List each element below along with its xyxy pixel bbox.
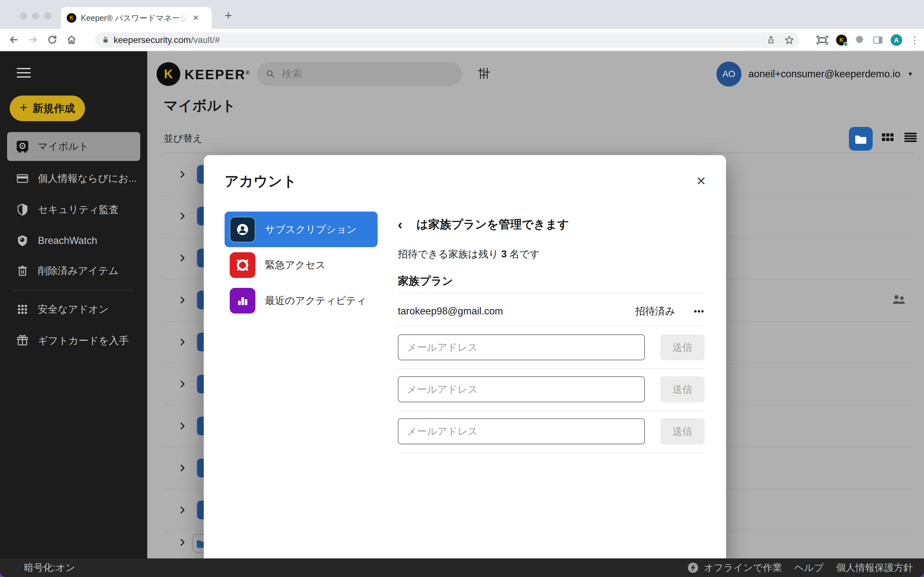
url-host: keepersecurity.com xyxy=(113,35,191,45)
sidebar-item-deleted-items[interactable]: 削除済みアイテム xyxy=(7,256,140,285)
sidebar-item-my-vault[interactable]: マイボルト xyxy=(7,132,140,161)
side-panel-icon[interactable] xyxy=(873,35,883,45)
url-path: /vault/# xyxy=(191,35,220,45)
create-new-button[interactable]: + 新規作成 xyxy=(10,95,85,121)
grid-dots-icon xyxy=(15,303,29,316)
chevron-right-icon[interactable] xyxy=(178,296,187,304)
chevron-down-icon: ▼ xyxy=(907,71,913,77)
offline-mode-link[interactable]: オフラインで作業 xyxy=(687,561,782,574)
sidebar-item-gift-card[interactable]: ギフトカードを入手 xyxy=(7,326,140,355)
list-view-icon[interactable] xyxy=(904,132,917,142)
invite-row: 送信 xyxy=(398,418,704,444)
share-icon[interactable] xyxy=(766,35,776,45)
forward-icon[interactable] xyxy=(27,34,39,45)
filter-sliders-icon[interactable] xyxy=(477,67,491,80)
chevron-right-icon[interactable] xyxy=(178,422,187,430)
sidebar-item-label: セキュリティ監査 xyxy=(38,203,119,216)
screen-capture-icon[interactable] xyxy=(816,35,829,45)
shared-people-icon xyxy=(892,294,907,306)
browser-profile-avatar[interactable]: A xyxy=(891,34,902,46)
send-invite-button[interactable]: 送信 xyxy=(660,376,704,402)
sidebar-item-label: ギフトカードを入手 xyxy=(38,334,129,348)
folder-view-button[interactable] xyxy=(849,127,873,151)
browser-chrome: K Keeper® パスワードマネージャー ✕ + keepersecurity… xyxy=(0,0,924,51)
modal-menu-item-recent-activity[interactable]: 最近のアクティビティ xyxy=(225,283,378,318)
chevron-right-icon[interactable] xyxy=(178,380,187,388)
divider xyxy=(398,293,704,293)
back-icon[interactable] xyxy=(8,34,19,45)
breachwatch-shield-eye-icon xyxy=(15,234,29,247)
gift-icon xyxy=(15,334,29,347)
modal-menu-label: 緊急アクセス xyxy=(265,258,326,272)
sidebar-item-identity-payments[interactable]: 個人情報ならびにお... xyxy=(7,164,140,193)
app-window: + 新規作成 マイボルト 個人情報ならびにお... セキュリティ監査 xyxy=(0,51,924,577)
member-email: tarokeep98@gmail.com xyxy=(398,306,635,317)
search-input[interactable]: 検索 xyxy=(257,62,462,86)
modal-menu: サブスクリプション 緊急アクセス 最近のアクティビティ xyxy=(225,211,378,318)
account-menu[interactable]: AO aoneil+consumer@keeperdemo.io ▼ xyxy=(716,61,913,87)
sidebar-item-security-audit[interactable]: セキュリティ監査 xyxy=(7,195,140,224)
invite-email-input[interactable] xyxy=(398,376,645,402)
chevron-right-icon[interactable] xyxy=(178,338,187,346)
chevron-left-icon[interactable]: ‹ xyxy=(398,218,402,231)
hamburger-menu-icon[interactable] xyxy=(17,68,31,81)
folder-icon xyxy=(855,133,867,144)
reload-icon[interactable] xyxy=(47,34,58,45)
divider xyxy=(398,369,704,369)
invite-email-input[interactable] xyxy=(398,334,645,360)
sort-label[interactable]: 並び替え xyxy=(164,132,202,145)
subscription-panel: ‹ は家族プランを管理できます 招待できる家族は残り 3 名です 家族プラン t… xyxy=(398,155,704,577)
sidebar-item-label: BreachWatch xyxy=(38,235,97,247)
bookmark-star-icon[interactable] xyxy=(784,35,795,45)
family-plan-section-title: 家族プラン xyxy=(398,274,453,288)
help-link[interactable]: ヘルプ xyxy=(795,561,824,574)
divider xyxy=(398,411,704,411)
window-zoom-button[interactable] xyxy=(44,13,51,19)
send-invite-button[interactable]: 送信 xyxy=(660,334,704,360)
create-new-label: 新規作成 xyxy=(33,101,75,116)
grid-view-icon[interactable] xyxy=(881,133,894,142)
invite-row: 送信 xyxy=(398,334,704,360)
home-icon[interactable] xyxy=(66,34,77,45)
invited-status-badge: 招待済み xyxy=(635,305,675,318)
chevron-right-icon[interactable] xyxy=(178,212,187,220)
extensions-puzzle-icon[interactable] xyxy=(855,35,865,45)
content-divider xyxy=(164,153,913,153)
privacy-policy-link[interactable]: 個人情報保護方針 xyxy=(836,561,913,574)
browser-toolbar: keepersecurity.com/vault/# K xyxy=(0,29,924,51)
sidebar-item-breachwatch[interactable]: BreachWatch xyxy=(7,226,140,255)
family-member-row: tarokeep98@gmail.com 招待済み ••• xyxy=(398,305,704,318)
window-minimize-button[interactable] xyxy=(32,13,39,19)
url-bar[interactable]: keepersecurity.com/vault/# xyxy=(95,32,799,48)
account-avatar: AO xyxy=(716,61,741,87)
more-options-icon[interactable]: ••• xyxy=(694,306,704,316)
lightning-bolt-icon xyxy=(687,562,699,574)
browser-tab[interactable]: K Keeper® パスワードマネージャー ✕ xyxy=(61,7,212,29)
status-bar: 暗号化:オン オフラインで作業 ヘルプ 個人情報保護方針 xyxy=(0,558,924,577)
tab-strip: K Keeper® パスワードマネージャー ✕ + xyxy=(0,0,924,29)
chevron-right-icon[interactable] xyxy=(178,464,187,472)
keeper-favicon-icon: K xyxy=(67,13,76,23)
chevron-right-icon[interactable] xyxy=(178,254,187,262)
sidebar: + 新規作成 マイボルト 個人情報ならびにお... セキュリティ監査 xyxy=(0,51,147,577)
browser-menu-icon[interactable]: ⋮ xyxy=(910,35,919,45)
screen: K Keeper® パスワードマネージャー ✕ + keepersecurity… xyxy=(0,0,924,577)
family-plan-heading: は家族プランを管理できます xyxy=(417,217,569,232)
modal-menu-item-subscription[interactable]: サブスクリプション xyxy=(225,211,378,247)
modal-menu-item-emergency-access[interactable]: 緊急アクセス xyxy=(225,247,378,283)
invite-email-input[interactable] xyxy=(398,418,645,444)
chevron-right-icon[interactable] xyxy=(178,538,187,546)
send-invite-button[interactable]: 送信 xyxy=(660,418,704,444)
new-tab-button[interactable]: + xyxy=(225,9,232,22)
sidebar-divider xyxy=(13,290,134,290)
modal-menu-label: サブスクリプション xyxy=(265,223,357,236)
chevron-right-icon[interactable] xyxy=(178,170,187,179)
keeper-extension-icon[interactable]: K xyxy=(836,35,847,45)
modal-title: アカウント xyxy=(225,172,297,191)
sidebar-item-secure-addons[interactable]: 安全なアドオン xyxy=(7,295,140,324)
chevron-right-icon[interactable] xyxy=(178,506,187,514)
window-close-button[interactable] xyxy=(20,13,27,19)
tab-close-icon[interactable]: ✕ xyxy=(192,13,199,23)
divider xyxy=(398,326,704,326)
subscription-person-icon xyxy=(230,217,255,242)
